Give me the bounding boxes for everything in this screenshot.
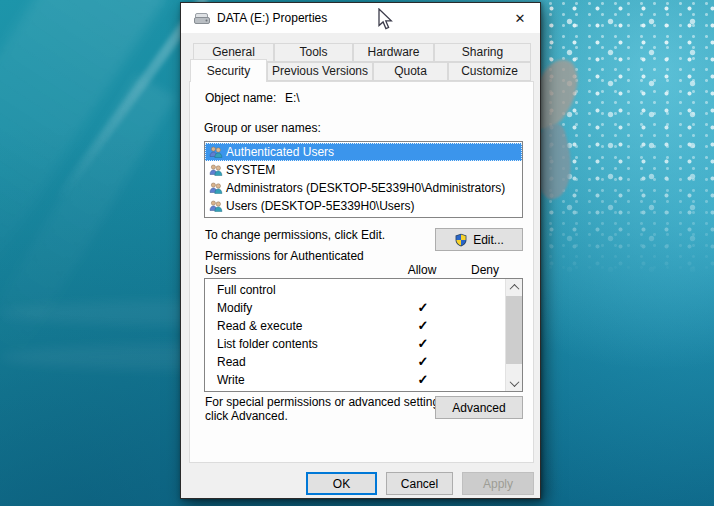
ok-button-label: OK xyxy=(333,477,350,491)
apply-button-label: Apply xyxy=(483,477,513,491)
group-name-label: Administrators (DESKTOP-5E339H0\Administ… xyxy=(226,181,505,195)
allow-check-icon: ✓ xyxy=(411,335,435,353)
edit-hint: To change permissions, click Edit. xyxy=(205,228,385,242)
drive-icon xyxy=(194,13,210,27)
apply-button[interactable]: Apply xyxy=(462,472,534,495)
scroll-down-icon[interactable] xyxy=(506,375,522,391)
permission-name: List folder contents xyxy=(217,337,318,351)
group-list-item[interactable]: SYSTEM xyxy=(205,161,522,179)
permission-row[interactable]: Full control xyxy=(205,281,522,299)
group-name-label: Authenticated Users xyxy=(226,145,334,159)
titlebar[interactable]: DATA (E:) Properties ✕ xyxy=(181,3,540,33)
uac-shield-icon xyxy=(454,233,468,247)
tab-sharing[interactable]: Sharing xyxy=(434,43,531,62)
vertical-scrollbar[interactable] xyxy=(505,279,522,391)
group-list-item[interactable]: Users (DESKTOP-5E339H0\Users) xyxy=(205,197,522,215)
advanced-button-label: Advanced xyxy=(452,401,505,415)
allow-check-icon: ✓ xyxy=(411,317,435,335)
edit-button[interactable]: Edit... xyxy=(435,228,523,251)
close-icon[interactable]: ✕ xyxy=(500,3,540,33)
group-user-listbox[interactable]: Authenticated Users SYSTEM Administrator… xyxy=(204,141,523,218)
ok-button[interactable]: OK xyxy=(306,472,377,495)
permission-row[interactable]: List folder contents✓ xyxy=(205,335,522,353)
scrollbar-thumb[interactable] xyxy=(506,296,522,364)
deny-column-header: Deny xyxy=(468,263,502,277)
permission-name: Read & execute xyxy=(217,319,302,333)
allow-check-icon: ✓ xyxy=(411,353,435,371)
permission-name: Full control xyxy=(217,283,276,297)
group-list-item[interactable]: Administrators (DESKTOP-5E339H0\Administ… xyxy=(205,179,522,197)
permission-name: Read xyxy=(217,355,246,369)
permission-row[interactable]: Modify✓ xyxy=(205,299,522,317)
edit-button-label: Edit... xyxy=(473,233,504,247)
group-users-icon xyxy=(209,164,223,176)
window-title: DATA (E:) Properties xyxy=(217,3,327,33)
advanced-hint-line1: For special permissions or advanced sett… xyxy=(205,395,448,409)
cancel-button-label: Cancel xyxy=(401,477,438,491)
advanced-hint-line2: click Advanced. xyxy=(205,409,288,423)
group-list-item[interactable]: Authenticated Users xyxy=(205,143,522,161)
group-name-label: Users (DESKTOP-5E339H0\Users) xyxy=(226,199,415,213)
permission-name: Modify xyxy=(217,301,252,315)
permission-row[interactable]: Write✓ xyxy=(205,371,522,389)
permissions-caption-line1: Permissions for Authenticated xyxy=(205,249,364,263)
security-tab-pane: Object name: E:\ Group or user names: Au… xyxy=(189,81,534,463)
group-users-icon xyxy=(209,200,223,212)
tab-security[interactable]: Security xyxy=(190,59,267,82)
permissions-listbox[interactable]: Full controlModify✓Read & execute✓List f… xyxy=(204,278,523,392)
tab-customize[interactable]: Customize xyxy=(448,62,531,81)
group-name-label: SYSTEM xyxy=(226,163,275,177)
advanced-button[interactable]: Advanced xyxy=(435,396,523,419)
tab-quota[interactable]: Quota xyxy=(373,62,448,81)
group-list-label: Group or user names: xyxy=(204,121,321,135)
group-users-icon xyxy=(209,182,223,194)
allow-check-icon: ✓ xyxy=(411,371,435,389)
permission-row[interactable]: Read & execute✓ xyxy=(205,317,522,335)
tab-tools[interactable]: Tools xyxy=(274,43,353,62)
tab-hardware[interactable]: Hardware xyxy=(353,43,434,62)
cancel-button[interactable]: Cancel xyxy=(386,472,453,495)
object-name-value: E:\ xyxy=(285,91,300,105)
allow-check-icon: ✓ xyxy=(411,299,435,317)
scroll-up-icon[interactable] xyxy=(506,279,522,295)
properties-dialog: DATA (E:) Properties ✕ GeneralToolsHardw… xyxy=(180,2,541,499)
permission-row[interactable]: Read✓ xyxy=(205,353,522,371)
object-name-label: Object name: xyxy=(205,91,276,105)
tab-previous-versions[interactable]: Previous Versions xyxy=(267,62,373,81)
allow-column-header: Allow xyxy=(405,263,439,277)
group-users-icon xyxy=(209,146,223,158)
permissions-rows: Full controlModify✓Read & execute✓List f… xyxy=(205,281,522,389)
permission-name: Write xyxy=(217,373,245,387)
permissions-caption-line2: Users xyxy=(205,263,236,277)
